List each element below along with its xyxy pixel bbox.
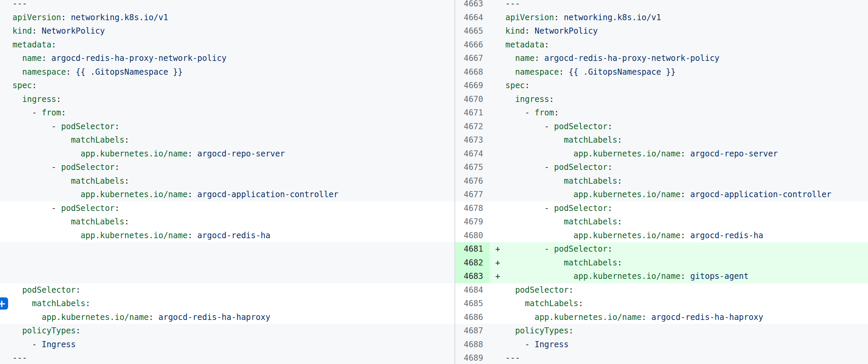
code-segment <box>12 95 22 103</box>
code-segment <box>505 95 515 103</box>
new-line-number[interactable]: 4672 <box>455 120 490 134</box>
old-code-cell: - from: <box>0 106 455 120</box>
new-code-cell: - from: <box>490 106 868 120</box>
new-line-number[interactable]: 4685 <box>455 297 490 310</box>
new-line-number[interactable]: 4679 <box>455 215 490 229</box>
new-code-cell: matchLabels: <box>490 133 868 147</box>
code-segment: : <box>61 109 66 117</box>
add-comment-button[interactable]: + <box>0 297 8 309</box>
code-segment: : <box>61 13 71 22</box>
new-line-number[interactable]: 4680 <box>455 229 490 242</box>
code-segment: namespace <box>22 68 66 76</box>
new-line-number[interactable]: 4675 <box>455 161 490 174</box>
code-segment: - <box>505 204 554 212</box>
added-marker: + <box>495 259 500 267</box>
code-segment: app.kubernetes.io/name <box>574 231 680 239</box>
new-line-number[interactable]: 4665 <box>455 24 490 38</box>
code-segment <box>12 68 22 76</box>
new-line-number[interactable]: 4664 <box>455 11 490 25</box>
new-code-cell: - Ingress <box>490 338 868 352</box>
new-line-number[interactable]: 4683 <box>455 269 490 283</box>
code-segment: : <box>535 54 545 62</box>
code-segment: {{ .GitopsNamespace }} <box>76 68 183 76</box>
code-segment: : <box>680 190 690 198</box>
code-segment: policyTypes <box>22 327 76 335</box>
new-code-cell: app.kubernetes.io/name: argocd-applicati… <box>490 188 868 201</box>
old-code-cell: app.kubernetes.io/name: argocd-redis-ha-… <box>0 310 455 324</box>
code-segment: Ingress <box>535 340 569 349</box>
code-segment <box>12 54 22 62</box>
code-segment: : <box>617 218 622 226</box>
new-line-number[interactable]: 4673 <box>455 133 490 147</box>
old-code-cell: apiVersion: networking.k8s.io/v1 <box>0 11 455 25</box>
code-segment: : <box>559 68 569 76</box>
new-line-number[interactable]: 4676 <box>455 174 490 188</box>
new-line-number[interactable]: 4687 <box>455 324 490 338</box>
code-segment: : <box>115 123 119 131</box>
code-segment: : <box>149 313 159 321</box>
new-line-number[interactable]: 4686 <box>455 310 490 324</box>
diff-row: - podSelector:4678 - podSelector: <box>0 201 868 215</box>
new-line-number[interactable]: 4681 <box>455 242 490 256</box>
new-code-cell: --- <box>490 0 868 11</box>
code-segment <box>505 299 525 307</box>
code-segment: matchLabels <box>564 218 617 226</box>
new-code-cell: podSelector: <box>490 283 868 297</box>
diff-row: matchLabels:4673 matchLabels: <box>0 133 868 147</box>
code-segment: : <box>52 41 56 49</box>
new-line-number[interactable]: 4668 <box>455 65 490 79</box>
code-segment: matchLabels <box>564 177 617 185</box>
code-segment: app.kubernetes.io/name <box>81 231 188 239</box>
new-code-cell: ingress: <box>490 93 868 106</box>
old-empty-cell <box>0 269 455 283</box>
new-line-number[interactable]: 4689 <box>455 351 490 364</box>
new-line-number[interactable]: 4666 <box>455 38 490 52</box>
code-segment: app.kubernetes.io/name <box>81 150 188 158</box>
code-segment <box>505 272 574 280</box>
diff-row: ingress:4670 ingress: <box>0 93 868 106</box>
code-segment: apiVersion <box>505 13 554 22</box>
code-segment: : <box>56 95 61 103</box>
code-segment: : <box>569 286 574 294</box>
code-segment: podSelector <box>515 286 569 294</box>
code-segment <box>12 177 71 185</box>
new-line-number[interactable]: 4682 <box>455 256 490 270</box>
new-line-number[interactable]: 4677 <box>455 188 490 201</box>
code-segment: argocd-repo-server <box>690 150 778 158</box>
code-segment: : <box>32 27 42 35</box>
old-code-cell: ingress: <box>0 93 455 106</box>
new-line-number[interactable]: 4688 <box>455 338 490 352</box>
code-segment: --- <box>505 0 520 8</box>
new-line-number[interactable]: 4678 <box>455 201 490 215</box>
new-line-number[interactable]: 4684 <box>455 283 490 297</box>
new-code-cell: apiVersion: networking.k8s.io/v1 <box>490 11 868 25</box>
code-segment: app.kubernetes.io/name <box>81 190 188 198</box>
code-segment: : <box>579 299 583 307</box>
code-segment: : <box>608 204 612 212</box>
code-segment: podSelector <box>22 286 76 294</box>
code-segment <box>12 136 71 144</box>
diff-row: policyTypes:4687 policyTypes: <box>0 324 868 338</box>
new-line-number[interactable]: 4669 <box>455 79 490 93</box>
new-line-number[interactable]: 4667 <box>455 52 490 65</box>
diff-row: - podSelector:4672 - podSelector: <box>0 120 868 134</box>
code-segment: : <box>42 54 52 62</box>
code-segment <box>12 150 81 158</box>
code-segment <box>12 299 32 307</box>
code-segment: ingress <box>22 95 56 103</box>
new-line-number[interactable]: 4663 <box>455 0 490 11</box>
new-code-cell: spec: <box>490 79 868 93</box>
new-line-number[interactable]: 4671 <box>455 106 490 120</box>
new-code-cell: app.kubernetes.io/name: argocd-redis-ha-… <box>490 310 868 324</box>
new-line-number[interactable]: 4674 <box>455 147 490 161</box>
new-code-cell: + matchLabels: <box>490 256 868 270</box>
code-segment: - <box>505 109 535 117</box>
diff-row: spec:4669spec: <box>0 79 868 93</box>
new-line-number[interactable]: 4670 <box>455 93 490 106</box>
diff-row: name: argocd-redis-ha-proxy-network-poli… <box>0 52 868 65</box>
old-code-cell: matchLabels: <box>0 174 455 188</box>
code-segment: - <box>12 123 61 131</box>
code-segment <box>12 231 81 239</box>
old-code-cell: - Ingress <box>0 338 455 352</box>
code-segment: podSelector <box>554 123 608 131</box>
